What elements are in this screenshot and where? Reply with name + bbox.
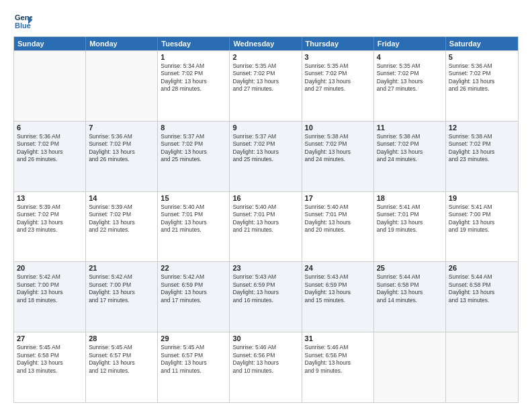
calendar: SundayMondayTuesdayWednesdayThursdayFrid… — [13, 36, 519, 403]
day-number: 5 — [449, 53, 515, 61]
header: General Blue — [13, 11, 519, 30]
day-info: Sunrise: 5:35 AM Sunset: 7:02 PM Dayligh… — [305, 62, 371, 93]
day-cell-6: 6Sunrise: 5:36 AM Sunset: 7:02 PM Daylig… — [14, 122, 86, 191]
empty-cell — [86, 51, 158, 121]
day-header-thursday: Thursday — [302, 37, 374, 50]
day-cell-5: 5Sunrise: 5:36 AM Sunset: 7:02 PM Daylig… — [446, 51, 518, 121]
day-cell-14: 14Sunrise: 5:39 AM Sunset: 7:02 PM Dayli… — [86, 192, 158, 262]
day-cell-15: 15Sunrise: 5:40 AM Sunset: 7:01 PM Dayli… — [158, 192, 230, 262]
day-info: Sunrise: 5:45 AM Sunset: 6:57 PM Dayligh… — [161, 344, 226, 375]
day-cell-20: 20Sunrise: 5:42 AM Sunset: 7:00 PM Dayli… — [14, 262, 86, 332]
day-cell-17: 17Sunrise: 5:40 AM Sunset: 7:01 PM Dayli… — [302, 192, 374, 262]
day-cell-24: 24Sunrise: 5:43 AM Sunset: 6:59 PM Dayli… — [302, 262, 374, 332]
day-cell-9: 9Sunrise: 5:37 AM Sunset: 7:02 PM Daylig… — [230, 122, 302, 191]
day-info: Sunrise: 5:41 AM Sunset: 7:00 PM Dayligh… — [449, 203, 515, 234]
day-number: 23 — [232, 264, 298, 272]
day-cell-29: 29Sunrise: 5:45 AM Sunset: 6:57 PM Dayli… — [158, 332, 230, 402]
day-info: Sunrise: 5:42 AM Sunset: 7:00 PM Dayligh… — [17, 273, 83, 304]
day-cell-31: 31Sunrise: 5:46 AM Sunset: 6:56 PM Dayli… — [302, 332, 374, 402]
day-number: 3 — [305, 53, 371, 61]
day-info: Sunrise: 5:39 AM Sunset: 7:02 PM Dayligh… — [89, 203, 154, 234]
calendar-row-3: 13Sunrise: 5:39 AM Sunset: 7:02 PM Dayli… — [14, 191, 518, 262]
calendar-header: SundayMondayTuesdayWednesdayThursdayFrid… — [14, 37, 518, 50]
day-cell-18: 18Sunrise: 5:41 AM Sunset: 7:01 PM Dayli… — [374, 192, 446, 262]
calendar-row-5: 27Sunrise: 5:45 AM Sunset: 6:58 PM Dayli… — [14, 332, 518, 402]
day-cell-25: 25Sunrise: 5:44 AM Sunset: 6:58 PM Dayli… — [374, 262, 446, 332]
day-info: Sunrise: 5:36 AM Sunset: 7:02 PM Dayligh… — [449, 62, 515, 93]
day-info: Sunrise: 5:37 AM Sunset: 7:02 PM Dayligh… — [161, 133, 226, 164]
day-number: 8 — [161, 124, 226, 132]
empty-cell — [14, 51, 86, 121]
day-number: 4 — [377, 53, 443, 61]
day-number: 1 — [161, 53, 226, 61]
day-header-wednesday: Wednesday — [230, 37, 302, 50]
day-number: 10 — [305, 124, 371, 132]
day-info: Sunrise: 5:44 AM Sunset: 6:58 PM Dayligh… — [449, 273, 515, 304]
day-header-monday: Monday — [86, 37, 158, 50]
day-info: Sunrise: 5:37 AM Sunset: 7:02 PM Dayligh… — [232, 133, 298, 164]
day-cell-4: 4Sunrise: 5:35 AM Sunset: 7:02 PM Daylig… — [374, 51, 446, 121]
day-info: Sunrise: 5:46 AM Sunset: 6:56 PM Dayligh… — [232, 344, 298, 375]
day-info: Sunrise: 5:43 AM Sunset: 6:59 PM Dayligh… — [305, 273, 371, 304]
day-number: 27 — [17, 334, 83, 342]
day-number: 29 — [161, 334, 226, 342]
day-cell-23: 23Sunrise: 5:43 AM Sunset: 6:59 PM Dayli… — [230, 262, 302, 332]
day-cell-7: 7Sunrise: 5:36 AM Sunset: 7:02 PM Daylig… — [86, 122, 158, 191]
day-cell-10: 10Sunrise: 5:38 AM Sunset: 7:02 PM Dayli… — [302, 122, 374, 191]
day-number: 9 — [232, 124, 298, 132]
day-number: 16 — [232, 194, 298, 202]
day-header-saturday: Saturday — [446, 37, 518, 50]
day-number: 20 — [17, 264, 83, 272]
calendar-body: 1Sunrise: 5:34 AM Sunset: 7:02 PM Daylig… — [14, 50, 518, 402]
day-info: Sunrise: 5:38 AM Sunset: 7:02 PM Dayligh… — [305, 133, 371, 164]
day-info: Sunrise: 5:41 AM Sunset: 7:01 PM Dayligh… — [377, 203, 443, 234]
day-cell-2: 2Sunrise: 5:35 AM Sunset: 7:02 PM Daylig… — [230, 51, 302, 121]
day-number: 12 — [449, 124, 515, 132]
day-header-friday: Friday — [374, 37, 446, 50]
day-info: Sunrise: 5:45 AM Sunset: 6:57 PM Dayligh… — [89, 344, 154, 375]
day-info: Sunrise: 5:35 AM Sunset: 7:02 PM Dayligh… — [377, 62, 443, 93]
day-cell-21: 21Sunrise: 5:42 AM Sunset: 7:00 PM Dayli… — [86, 262, 158, 332]
day-number: 30 — [232, 334, 298, 342]
day-info: Sunrise: 5:35 AM Sunset: 7:02 PM Dayligh… — [232, 62, 298, 93]
day-info: Sunrise: 5:46 AM Sunset: 6:56 PM Dayligh… — [305, 344, 371, 375]
day-number: 17 — [305, 194, 371, 202]
empty-cell — [374, 332, 446, 402]
logo: General Blue — [13, 11, 35, 30]
day-number: 25 — [377, 264, 443, 272]
day-number: 11 — [377, 124, 443, 132]
day-number: 14 — [89, 194, 154, 202]
day-info: Sunrise: 5:34 AM Sunset: 7:02 PM Dayligh… — [161, 62, 226, 93]
day-info: Sunrise: 5:42 AM Sunset: 7:00 PM Dayligh… — [89, 273, 154, 304]
day-cell-12: 12Sunrise: 5:38 AM Sunset: 7:02 PM Dayli… — [446, 122, 518, 191]
day-info: Sunrise: 5:43 AM Sunset: 6:59 PM Dayligh… — [232, 273, 298, 304]
logo-icon: General Blue — [13, 11, 32, 30]
day-cell-1: 1Sunrise: 5:34 AM Sunset: 7:02 PM Daylig… — [158, 51, 230, 121]
day-number: 19 — [449, 194, 515, 202]
day-number: 26 — [449, 264, 515, 272]
day-header-tuesday: Tuesday — [158, 37, 230, 50]
day-info: Sunrise: 5:40 AM Sunset: 7:01 PM Dayligh… — [161, 203, 226, 234]
day-info: Sunrise: 5:42 AM Sunset: 6:59 PM Dayligh… — [161, 273, 226, 304]
day-number: 28 — [89, 334, 154, 342]
day-cell-30: 30Sunrise: 5:46 AM Sunset: 6:56 PM Dayli… — [230, 332, 302, 402]
day-cell-26: 26Sunrise: 5:44 AM Sunset: 6:58 PM Dayli… — [446, 262, 518, 332]
day-info: Sunrise: 5:44 AM Sunset: 6:58 PM Dayligh… — [377, 273, 443, 304]
day-number: 15 — [161, 194, 226, 202]
day-number: 21 — [89, 264, 154, 272]
day-info: Sunrise: 5:38 AM Sunset: 7:02 PM Dayligh… — [377, 133, 443, 164]
day-number: 18 — [377, 194, 443, 202]
day-info: Sunrise: 5:38 AM Sunset: 7:02 PM Dayligh… — [449, 133, 515, 164]
day-cell-8: 8Sunrise: 5:37 AM Sunset: 7:02 PM Daylig… — [158, 122, 230, 191]
empty-cell — [446, 332, 518, 402]
day-info: Sunrise: 5:36 AM Sunset: 7:02 PM Dayligh… — [89, 133, 154, 164]
day-cell-3: 3Sunrise: 5:35 AM Sunset: 7:02 PM Daylig… — [302, 51, 374, 121]
page: General Blue SundayMondayTuesdayWednesda… — [0, 0, 532, 411]
day-number: 6 — [17, 124, 83, 132]
day-cell-22: 22Sunrise: 5:42 AM Sunset: 6:59 PM Dayli… — [158, 262, 230, 332]
day-number: 7 — [89, 124, 154, 132]
day-cell-19: 19Sunrise: 5:41 AM Sunset: 7:00 PM Dayli… — [446, 192, 518, 262]
day-info: Sunrise: 5:39 AM Sunset: 7:02 PM Dayligh… — [17, 203, 83, 234]
day-cell-16: 16Sunrise: 5:40 AM Sunset: 7:01 PM Dayli… — [230, 192, 302, 262]
day-cell-27: 27Sunrise: 5:45 AM Sunset: 6:58 PM Dayli… — [14, 332, 86, 402]
